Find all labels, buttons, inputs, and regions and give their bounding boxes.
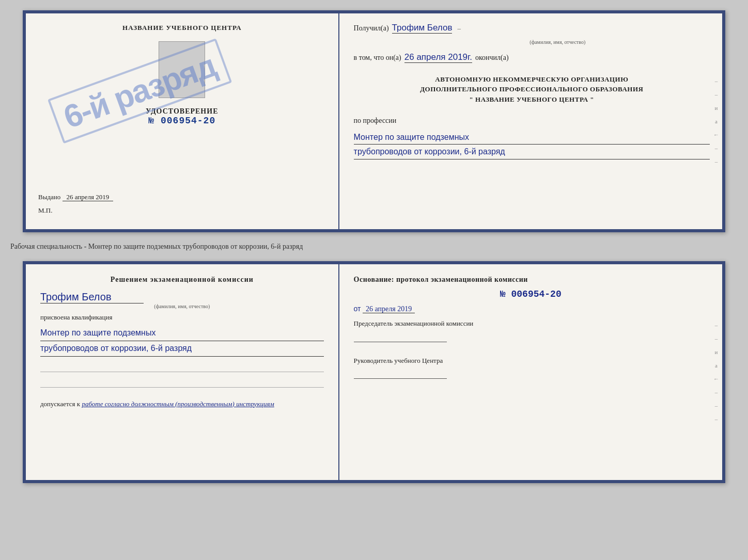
right-margin-bot: – – и а ← – – – (713, 264, 719, 480)
predsedatel-label: Председатель экзаменационной комиссии (354, 318, 708, 329)
dopusk-label: допускается к (40, 400, 80, 408)
top-left-title: НАЗВАНИЕ УЧЕБНОГО ЦЕНТРА (122, 24, 242, 32)
mp-line: М.П. (38, 206, 326, 215)
right-margin-top: – – и а ← – – (713, 13, 719, 229)
bot-cert-right: Основание: протокол экзаменационной коми… (339, 264, 722, 480)
po-professii: по профессии (354, 117, 710, 125)
m1: – (715, 78, 718, 84)
top-cert-left: НАЗВАНИЕ УЧЕБНОГО ЦЕНТРА УДОСТОВЕРЕНИЕ №… (26, 13, 339, 229)
bot-name-hw: Трофим Белов (40, 291, 144, 303)
vydano-label: Выдано (38, 193, 60, 201)
bot-date-block: от 26 апреля 2019 (354, 305, 708, 313)
m6: – (715, 145, 718, 151)
photo-placeholder (159, 41, 205, 98)
prof-line1-top: Монтер по защите подземных (354, 130, 710, 145)
bm5: ← (713, 376, 719, 382)
udost-label: УДОСТОВЕРЕНИЕ (146, 107, 218, 116)
m7: – (715, 158, 718, 165)
rukov-block: Руководитель учебного Центра (354, 356, 708, 379)
bm3: и (715, 349, 718, 355)
bm4: а (715, 362, 718, 369)
bot-fio-label: (фамилия, имя, отчество) (40, 303, 324, 309)
udost-num: № 006954-20 (146, 116, 218, 126)
osnov-label: Основание: протокол экзаменационной коми… (354, 276, 708, 284)
m4: а (715, 118, 718, 124)
dopusk-hw: работе согласно должностным (производств… (82, 400, 274, 408)
prisvoena-label: присвоена квалификация (40, 313, 324, 322)
top-certificate: НАЗВАНИЕ УЧЕБНОГО ЦЕНТРА УДОСТОВЕРЕНИЕ №… (23, 10, 725, 232)
m2: – (715, 91, 718, 98)
bm2: – (715, 335, 718, 342)
ot-label: от (354, 305, 361, 313)
bot-num-val: № 006954-20 (354, 289, 708, 299)
udost-block: УДОСТОВЕРЕНИЕ № 006954-20 (146, 107, 218, 126)
specialty-text: Рабочая специальность - Монтер по защите… (10, 241, 303, 253)
dopusk-block: допускается к работе согласно должностны… (40, 400, 324, 408)
top-cert-right: Получил(a) Трофим Белов – (фамилия, имя,… (339, 13, 722, 229)
poluchil-label: Получил(a) (354, 23, 389, 34)
okonchil-label: окончил(а) (475, 52, 509, 63)
bm8: – (715, 416, 718, 422)
predsedatel-block: Председатель экзаменационной комиссии (354, 318, 708, 342)
org-block: АВТОНОМНУЮ НЕКОММЕРЧЕСКУЮ ОРГАНИЗАЦИЮ ДО… (354, 74, 710, 105)
bot-prof-line2: трубопроводов от коррозии, 6-й разряд (40, 341, 324, 357)
prof-line2-top: трубопроводов от коррозии, 6-й разряд (354, 145, 710, 159)
predsedatel-sign-line (354, 331, 447, 342)
rukov-sign-line (354, 367, 447, 379)
rukov-label: Руководитель учебного Центра (354, 356, 708, 366)
v-tom-label: в том, что он(a) (354, 52, 401, 63)
org-name: " НАЗВАНИЕ УЧЕБНОГО ЦЕНТРА " (354, 94, 710, 105)
vydano-date: 26 апреля 2019 (63, 193, 114, 201)
vydano-line: Выдано 26 апреля 2019 (38, 193, 326, 201)
bottom-certificate: Решением экзаменационной комиссии Трофим… (23, 261, 725, 483)
date-val: 26 апреля 2019г. (404, 52, 472, 63)
bot-cert-left: Решением экзаменационной комиссии Трофим… (26, 264, 339, 480)
org-line2: ДОПОЛНИТЕЛЬНОГО ПРОФЕССИОНАЛЬНОГО ОБРАЗО… (354, 84, 710, 94)
org-line1: АВТОНОМНУЮ НЕКОММЕРЧЕСКУЮ ОРГАНИЗАЦИЮ (354, 74, 710, 85)
fio-label-top: (фамилия, имя, отчество) (406, 39, 710, 45)
resheniem-label: Решением экзаменационной комиссии (40, 276, 324, 284)
bm1: – (715, 322, 718, 328)
poluchil-name: Трофим Белов (392, 23, 453, 34)
bm6: – (715, 389, 718, 395)
ot-date: 26 апреля 2019 (363, 305, 415, 313)
bot-prof-line1: Монтер по защите подземных (40, 326, 324, 341)
m3: и (715, 105, 718, 111)
m5: ← (713, 132, 719, 138)
bm7: – (715, 403, 718, 409)
